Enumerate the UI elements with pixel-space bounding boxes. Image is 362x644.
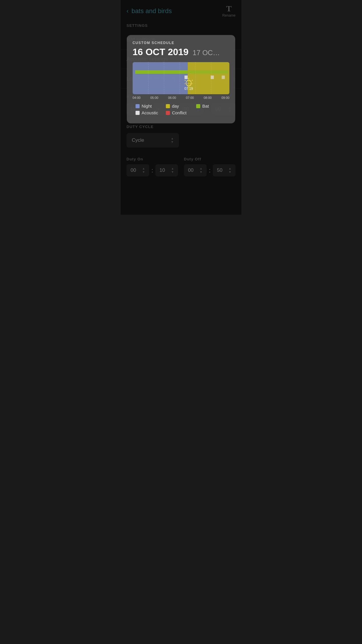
- modal-date-row: 16 OCT 2019 17 OC…: [127, 47, 236, 62]
- modal-header-label: CUSTOM SCHEDULE: [127, 41, 236, 47]
- svg-rect-4: [184, 76, 188, 79]
- night-dot: [136, 104, 140, 108]
- svg-rect-3: [187, 70, 228, 74]
- schedule-chart: 07:19: [133, 62, 230, 94]
- night-label: Night: [142, 104, 152, 108]
- time-05: 05:00: [150, 96, 159, 99]
- time-axis: 04:00 05:00 06:00 07:00 08:00 09:00: [127, 94, 236, 99]
- legend-night: Night: [136, 104, 166, 108]
- legend-acoustic: Acoustic: [136, 110, 166, 115]
- time-04: 04:00: [133, 96, 141, 99]
- bat-label: Bat: [202, 104, 209, 108]
- time-08: 08:00: [204, 96, 212, 99]
- chart-legend: Night day Bat Acoustic Conflict: [127, 99, 236, 116]
- bat-dot: [196, 104, 200, 108]
- legend-day: day: [166, 104, 196, 108]
- svg-text:07:19: 07:19: [184, 86, 193, 91]
- legend-conflict: Conflict: [166, 110, 196, 115]
- modal-overlay: CUSTOM SCHEDULE 16 OCT 2019 17 OC…: [121, 0, 241, 215]
- time-06: 06:00: [168, 96, 176, 99]
- acoustic-label: Acoustic: [142, 110, 158, 115]
- svg-rect-0: [133, 62, 188, 94]
- legend-bat: Bat: [196, 104, 226, 108]
- modal-date-current: 16 OCT 2019: [133, 47, 189, 57]
- conflict-dot: [166, 111, 170, 115]
- day-dot: [166, 104, 170, 108]
- conflict-label: Conflict: [172, 110, 187, 115]
- modal-date-next: 17 OC…: [193, 49, 220, 57]
- day-label: day: [172, 104, 179, 108]
- custom-schedule-modal: CUSTOM SCHEDULE 16 OCT 2019 17 OC…: [127, 35, 236, 123]
- time-09: 09:00: [222, 96, 230, 99]
- time-07: 07:00: [186, 96, 194, 99]
- svg-rect-6: [222, 76, 225, 79]
- acoustic-dot: [136, 111, 140, 115]
